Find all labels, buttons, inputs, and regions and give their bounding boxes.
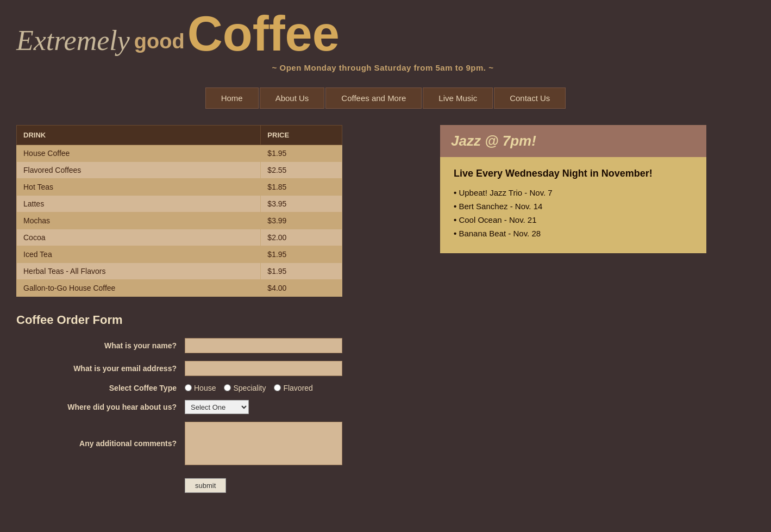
nav-music[interactable]: Live Music (423, 87, 493, 109)
price-cell: $3.95 (261, 195, 342, 212)
drink-cell: Herbal Teas - All Flavors (17, 262, 261, 279)
radio-speciality[interactable] (224, 384, 231, 391)
list-item: Banana Beat - Nov. 28 (454, 229, 693, 238)
hear-about-select[interactable]: Select One Friend Internet Advertisement… (185, 400, 249, 414)
title-good: good (134, 30, 185, 53)
price-cell: $1.95 (261, 246, 342, 262)
radio-house[interactable] (185, 384, 192, 391)
table-row: House Coffee$1.95 (17, 145, 342, 161)
list-item: Bert Sanchez - Nov. 14 (454, 202, 693, 211)
hear-about-row: Where did you hear about us? Select One … (16, 400, 342, 414)
title-container: Extremely good Coffee (16, 11, 755, 58)
title-extremely: Extremely (16, 27, 130, 55)
price-cell: $2.00 (261, 229, 342, 246)
title-coffee: Coffee (187, 11, 340, 58)
jazz-box: Jazz @ 7pm! Live Every Wednesday Night i… (440, 125, 706, 253)
name-row: What is your name? (16, 338, 342, 353)
email-label: What is your email address? (16, 364, 185, 373)
nav-coffees[interactable]: Coffees and More (325, 87, 422, 109)
price-cell: $1.95 (261, 145, 342, 161)
jazz-body: Live Every Wednesday Night in November! … (440, 157, 706, 253)
drink-cell: Gallon-to-Go House Coffee (17, 279, 261, 296)
table-row: Iced Tea$1.95 (17, 246, 342, 262)
price-cell: $3.99 (261, 212, 342, 229)
drink-cell: Mochas (17, 212, 261, 229)
coffee-type-label: Select Coffee Type (16, 384, 185, 392)
price-cell: $2.55 (261, 161, 342, 178)
price-cell: $1.95 (261, 262, 342, 279)
table-row: Herbal Teas - All Flavors$1.95 (17, 262, 342, 279)
email-input[interactable] (185, 361, 342, 376)
radio-house-label: House (185, 384, 216, 392)
nav-contact[interactable]: Contact Us (494, 87, 566, 109)
comments-row: Any additional comments? (16, 422, 342, 465)
page-header: Extremely good Coffee ~ Open Monday thro… (0, 0, 771, 87)
name-input[interactable] (185, 338, 342, 353)
table-row: Lattes$3.95 (17, 195, 342, 212)
name-label: What is your name? (16, 341, 185, 350)
jazz-event-list: Upbeat! Jazz Trio - Nov. 7Bert Sanchez -… (454, 188, 693, 238)
order-form-section: Coffee Order Form What is your name? Wha… (16, 313, 342, 493)
drink-cell: Flavored Coffees (17, 161, 261, 178)
submit-row: submit (16, 473, 342, 493)
drink-col-header: DRINK (17, 125, 261, 145)
list-item: Cool Ocean - Nov. 21 (454, 215, 693, 224)
radio-flavored[interactable] (274, 384, 281, 391)
nav-about[interactable]: About Us (260, 87, 325, 109)
price-cell: $1.85 (261, 178, 342, 195)
price-cell: $4.00 (261, 279, 342, 296)
drinks-table: DRINK PRICE House Coffee$1.95Flavored Co… (16, 125, 342, 297)
drink-cell: Cocoa (17, 229, 261, 246)
nav-home[interactable]: Home (205, 87, 259, 109)
tagline: ~ Open Monday through Saturday from 5am … (11, 63, 755, 72)
submit-button[interactable]: submit (185, 478, 226, 493)
drink-cell: House Coffee (17, 145, 261, 161)
radio-group: House Speciality Flavored (185, 384, 313, 392)
table-row: Flavored Coffees$2.55 (17, 161, 342, 178)
table-row: Cocoa$2.00 (17, 229, 342, 246)
coffee-type-row: Select Coffee Type House Speciality Flav… (16, 384, 342, 392)
comments-label: Any additional comments? (16, 439, 185, 448)
drink-cell: Hot Teas (17, 178, 261, 195)
jazz-header: Jazz @ 7pm! (440, 125, 706, 157)
hear-about-label: Where did you hear about us? (16, 403, 185, 411)
email-row: What is your email address? (16, 361, 342, 376)
table-row: Hot Teas$1.85 (17, 178, 342, 195)
list-item: Upbeat! Jazz Trio - Nov. 7 (454, 188, 693, 197)
main-content: DRINK PRICE House Coffee$1.95Flavored Co… (0, 125, 771, 493)
radio-speciality-label: Speciality (224, 384, 266, 392)
form-title: Coffee Order Form (16, 313, 342, 327)
jazz-headline: Live Every Wednesday Night in November! (454, 168, 693, 179)
right-column: Jazz @ 7pm! Live Every Wednesday Night i… (364, 125, 755, 493)
drink-cell: Lattes (17, 195, 261, 212)
price-col-header: PRICE (261, 125, 342, 145)
comments-textarea[interactable] (185, 422, 342, 465)
table-row: Gallon-to-Go House Coffee$4.00 (17, 279, 342, 296)
drink-cell: Iced Tea (17, 246, 261, 262)
left-column: DRINK PRICE House Coffee$1.95Flavored Co… (16, 125, 342, 493)
table-row: Mochas$3.99 (17, 212, 342, 229)
main-nav: Home About Us Coffees and More Live Musi… (0, 87, 771, 109)
radio-flavored-label: Flavored (274, 384, 312, 392)
